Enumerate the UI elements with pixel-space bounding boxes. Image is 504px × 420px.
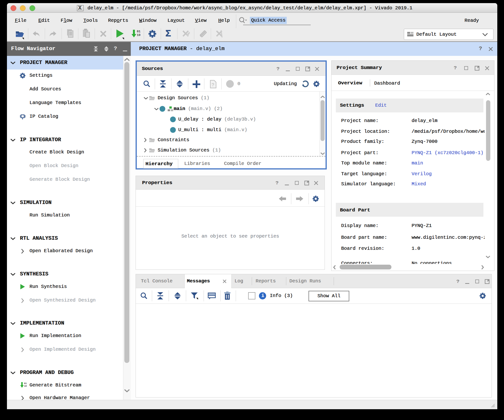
svg-text:01: 01 (24, 382, 27, 385)
svg-text:?: ? (211, 82, 214, 88)
svg-text:10: 10 (137, 33, 141, 37)
svg-text:10: 10 (24, 385, 27, 387)
svg-text:01: 01 (137, 30, 141, 33)
